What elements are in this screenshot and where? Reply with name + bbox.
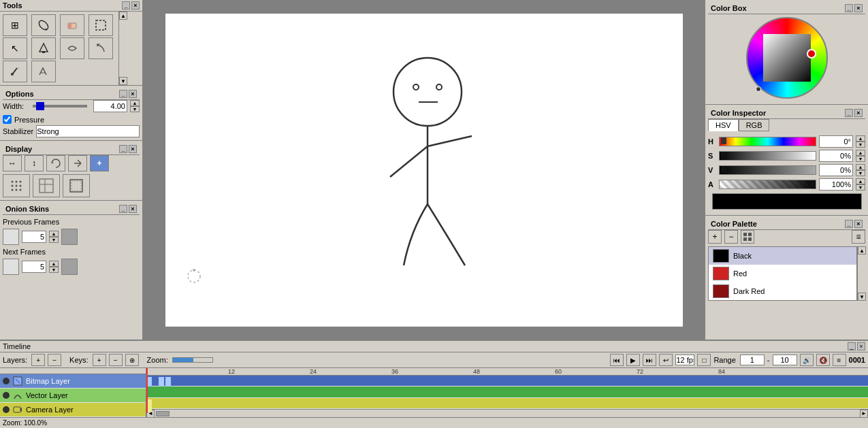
vector-track[interactable] xyxy=(146,386,868,397)
scroll-right[interactable]: ► xyxy=(860,410,868,417)
colorbox-minimize[interactable]: _ xyxy=(845,4,853,12)
hue-spinner[interactable]: ▲ ▼ xyxy=(856,135,865,148)
tab-hsv[interactable]: HSV xyxy=(708,119,739,131)
tools-scroll-down[interactable]: ▼ xyxy=(119,77,127,85)
pressure-checkbox[interactable] xyxy=(3,115,12,124)
color-wheel-inner[interactable] xyxy=(763,34,811,82)
remove-layer-btn[interactable]: − xyxy=(48,354,61,366)
range-end-input[interactable]: 10 xyxy=(773,355,797,365)
tab-rgb[interactable]: RGB xyxy=(739,119,770,131)
play-btn[interactable]: ▶ xyxy=(626,354,640,366)
layer-row-vector[interactable]: Vector Layer xyxy=(0,389,146,403)
color-wheel-container[interactable] xyxy=(708,14,865,101)
palette-close[interactable]: × xyxy=(854,220,863,228)
layer-row-camera[interactable]: Camera Layer xyxy=(0,403,146,417)
goto-start-btn[interactable]: ⏮ xyxy=(610,354,624,366)
options-close[interactable]: × xyxy=(129,90,137,98)
duplicate-key-btn[interactable]: ⊕ xyxy=(125,354,139,366)
play-loop-btn[interactable]: ⏭ xyxy=(643,354,656,366)
palette-scroll-down[interactable]: ▼ xyxy=(858,293,866,301)
val-up[interactable]: ▲ xyxy=(856,164,865,170)
flip-v-btn[interactable]: ↕ xyxy=(25,155,44,171)
settings-btn[interactable]: ≡ xyxy=(833,354,846,366)
prev-frames-up[interactable]: ▲ xyxy=(49,231,59,237)
layer-row-bitmap[interactable]: Bitmap Layer xyxy=(0,374,146,389)
bitmap-track[interactable] xyxy=(146,376,868,386)
tools-close[interactable]: × xyxy=(131,1,140,10)
canvas-area[interactable] xyxy=(143,0,705,340)
select-rect-tool[interactable] xyxy=(89,14,113,36)
val-slider[interactable] xyxy=(719,165,816,175)
palette-grid-btn[interactable] xyxy=(741,230,754,244)
next-frames-spinner[interactable]: ▲ ▼ xyxy=(49,261,59,273)
draw-tool[interactable] xyxy=(31,14,56,36)
paint-bucket-tool[interactable] xyxy=(31,37,56,59)
frame-view-btn[interactable] xyxy=(63,174,90,197)
add-display-btn[interactable]: + xyxy=(90,155,109,171)
alpha-down[interactable]: ▼ xyxy=(856,184,865,191)
scroll-thumb-h[interactable] xyxy=(156,411,170,416)
reset-btn[interactable] xyxy=(46,155,65,171)
remove-key-btn[interactable]: − xyxy=(109,354,123,366)
smear-tool[interactable] xyxy=(60,37,84,59)
stabilizer-input[interactable]: Strong xyxy=(36,125,140,137)
prev-frames-spinner[interactable]: ▲ ▼ xyxy=(49,231,59,243)
width-slider[interactable] xyxy=(33,105,91,108)
pointer-tool[interactable]: ↖ xyxy=(3,37,27,59)
prev-frames-down[interactable]: ▼ xyxy=(49,237,59,243)
camera-track[interactable] xyxy=(146,398,868,409)
width-spinner[interactable]: ▲ ▼ xyxy=(130,100,140,112)
sat-spinner[interactable]: ▲ ▼ xyxy=(856,150,865,162)
onion-minimize[interactable]: _ xyxy=(119,205,127,213)
volume-btn[interactable]: 🔊 xyxy=(800,354,814,366)
alpha-up[interactable]: ▲ xyxy=(856,178,865,184)
prev-frames-input[interactable]: 5 xyxy=(22,231,46,243)
display-minimize[interactable]: _ xyxy=(119,145,127,153)
sat-up[interactable]: ▲ xyxy=(856,150,865,156)
range-start-input[interactable]: 1 xyxy=(740,355,765,365)
mute-btn[interactable]: 🔇 xyxy=(816,354,830,366)
hue-slider[interactable] xyxy=(719,137,816,146)
fps-toggle[interactable]: □ xyxy=(697,354,711,366)
loop-btn[interactable]: ↩ xyxy=(659,354,673,366)
tools-scroll-up[interactable]: ▲ xyxy=(119,12,127,20)
timeline-zoom-slider[interactable] xyxy=(172,357,213,363)
color-wheel[interactable] xyxy=(746,17,828,99)
hue-up[interactable]: ▲ xyxy=(856,135,865,142)
add-layer-btn[interactable]: + xyxy=(31,354,45,366)
next-frames-down[interactable]: ▼ xyxy=(49,267,59,273)
rotate-btn[interactable] xyxy=(68,155,87,171)
palette-item-red[interactable]: Red xyxy=(709,265,856,282)
options-minimize[interactable]: _ xyxy=(119,90,127,98)
timeline-scrollbar-h[interactable]: ◄ ► xyxy=(146,409,868,417)
palette-menu-btn[interactable]: ≡ xyxy=(852,230,865,244)
eyedropper-tool[interactable] xyxy=(3,61,27,82)
display-close[interactable]: × xyxy=(129,145,137,153)
inspector-close[interactable]: × xyxy=(854,109,863,117)
warp-tool[interactable] xyxy=(89,37,113,59)
palette-item-darkred[interactable]: Dark Red xyxy=(709,282,856,300)
transform-tool[interactable]: ⊞ xyxy=(3,14,27,36)
hue-down[interactable]: ▼ xyxy=(856,142,865,148)
sat-down[interactable]: ▼ xyxy=(856,156,865,162)
add-key-btn[interactable]: + xyxy=(93,354,106,366)
palette-remove-btn[interactable]: − xyxy=(724,230,738,244)
grid-dots-btn[interactable] xyxy=(3,174,30,197)
palette-add-btn[interactable]: + xyxy=(708,230,722,244)
palette-item-black[interactable]: Black xyxy=(709,247,856,265)
val-down[interactable]: ▼ xyxy=(856,170,865,176)
palette-scrollbar[interactable]: ▲ ▼ xyxy=(857,246,865,301)
grid-lines-btn[interactable] xyxy=(33,174,60,197)
tools-minimize[interactable]: _ xyxy=(122,1,130,10)
palette-minimize[interactable]: _ xyxy=(845,220,853,228)
inspector-minimize[interactable]: _ xyxy=(845,109,853,117)
next-frames-up[interactable]: ▲ xyxy=(49,261,59,267)
width-up[interactable]: ▲ xyxy=(130,100,140,106)
sat-slider[interactable] xyxy=(719,151,816,161)
sample-tool[interactable] xyxy=(31,61,56,82)
eraser-tool[interactable] xyxy=(60,14,84,36)
width-down[interactable]: ▼ xyxy=(130,106,140,112)
timeline-minimize[interactable]: _ xyxy=(848,342,856,350)
alpha-slider[interactable] xyxy=(719,180,816,189)
width-input[interactable]: 4.00 xyxy=(93,100,127,112)
